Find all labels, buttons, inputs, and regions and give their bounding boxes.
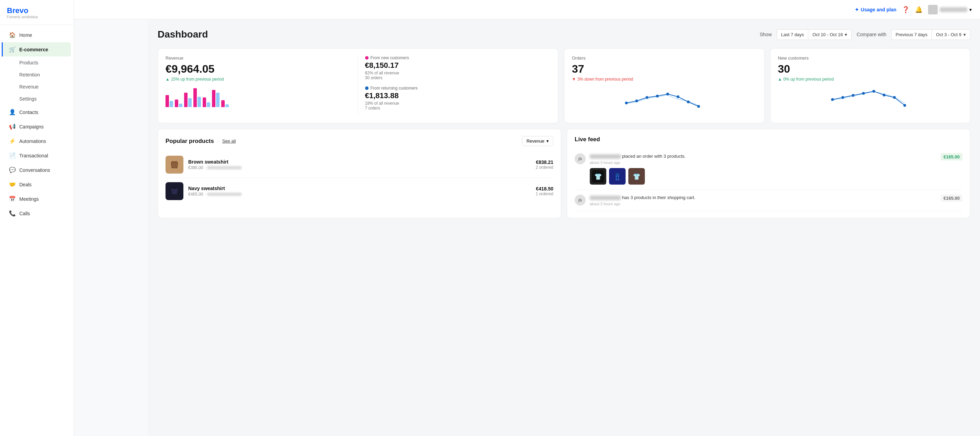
trend-up-icon: ▲	[778, 77, 782, 81]
bottom-section: Popular products · See all Revenue ▾	[158, 129, 970, 218]
sidebar-label-home: Home	[19, 32, 32, 38]
returning-customers-label: From returning customers	[371, 86, 418, 91]
sidebar-item-products[interactable]: Products	[3, 57, 71, 69]
user-menu[interactable]: ▾	[928, 5, 972, 14]
chevron-down-icon: ▾	[969, 7, 972, 13]
sidebar-label-settings: Settings	[19, 96, 37, 102]
sidebar-item-automations[interactable]: ⚡ Automations	[3, 134, 71, 148]
sidebar-item-meetings[interactable]: 📅 Meetings	[3, 192, 71, 206]
sidebar-item-campaigns[interactable]: 📢 Campaigns	[3, 120, 71, 134]
feed-time: about 3 hours ago	[590, 160, 937, 164]
orders-card: Orders 37 ▼ 3% down from previous period	[564, 48, 765, 123]
sidebar-item-ecommerce[interactable]: 🛒 E-commerce	[2, 42, 71, 56]
sidebar-item-transactional[interactable]: 📄 Transactional	[3, 149, 71, 163]
meetings-icon: 📅	[9, 196, 16, 202]
sidebar-item-retention[interactable]: Retention	[3, 69, 71, 81]
sidebar-label-contacts: Contacts	[19, 110, 38, 115]
sidebar-item-settings[interactable]: Settings	[3, 93, 71, 105]
period-label-button[interactable]: Last 7 days	[776, 29, 808, 40]
feed-text: has 3 products in their shopping cart.	[590, 195, 937, 201]
help-icon[interactable]: ❓	[902, 6, 910, 13]
product-name: Navy sweatshirt	[188, 185, 531, 191]
chevron-down-icon: ▾	[546, 139, 549, 144]
chevron-down-icon: ▾	[845, 32, 847, 37]
show-label: Show	[760, 32, 772, 37]
revenue-breakdown: From new customers €8,150.17 82% of all …	[358, 56, 551, 116]
product-revenue-value: €418.50	[536, 186, 553, 192]
compare-selector[interactable]: Previous 7 days Oct 3 - Oct 9 ▾	[891, 29, 970, 40]
svg-point-5	[676, 96, 679, 98]
new-customers-pct: 82% of all revenue	[365, 70, 551, 75]
sidebar-item-revenue[interactable]: Revenue	[3, 81, 71, 93]
compare-label: Compare with	[856, 32, 886, 37]
sidebar-label-deals: Deals	[19, 182, 32, 187]
sidebar-label-conversations: Conversations	[19, 168, 50, 173]
revenue-value: €9,964.05	[165, 63, 351, 75]
sidebar-item-conversations[interactable]: 💬 Conversations	[3, 163, 71, 177]
page-title: Dashboard	[158, 29, 208, 40]
feed-time: about 3 hours ago	[590, 202, 937, 206]
feed-user-name	[590, 196, 621, 200]
sidebar-item-home[interactable]: 🏠 Home	[3, 28, 71, 42]
bell-icon[interactable]: 🔔	[915, 6, 923, 13]
svg-point-2	[646, 96, 648, 99]
revenue-trend-text: 15% up from previous period	[171, 77, 224, 81]
returning-customers-orders: 7 orders	[365, 106, 551, 110]
avatar	[928, 5, 938, 14]
product-item: Navy sweatshirt €465.00 · €418.50 1 orde…	[165, 178, 553, 204]
sidebar-label-transactional: Transactional	[19, 153, 48, 158]
product-sku	[207, 193, 242, 196]
period-selector[interactable]: Last 7 days Oct 10 - Oct 16 ▾	[776, 29, 852, 40]
revenue-title: Revenue	[165, 56, 351, 61]
compare-dates-text: Oct 3 - Oct 9	[936, 32, 961, 37]
returning-customers-revenue: From returning customers €1,813.88 18% o…	[365, 86, 551, 110]
usage-and-plan-button[interactable]: ✦ Usage and plan	[855, 7, 896, 13]
product-price: €395.00	[188, 165, 203, 170]
sidebar-item-calls[interactable]: 📞 Calls	[3, 206, 71, 220]
new-customers-value: €8,150.17	[365, 61, 551, 70]
revenue-dropdown[interactable]: Revenue ▾	[522, 136, 553, 146]
new-customers-chart	[778, 86, 963, 110]
new-customers-title: New customers	[778, 56, 963, 61]
svg-point-10	[852, 94, 854, 97]
returning-customers-dot	[365, 86, 369, 90]
compare-dates-button[interactable]: Oct 3 - Oct 9 ▾	[931, 29, 970, 40]
popular-products-header: Popular products · See all Revenue ▾	[165, 136, 553, 146]
product-orders: 2 ordered	[536, 165, 553, 170]
period-dates-button[interactable]: Oct 10 - Oct 16 ▾	[808, 29, 852, 40]
new-customers-dot	[365, 56, 369, 59]
svg-point-0	[625, 102, 628, 104]
usage-icon: ✦	[855, 7, 859, 13]
transactional-icon: 📄	[9, 152, 16, 159]
feed-item: jh has 3 products in their shopping cart…	[575, 190, 963, 211]
conversations-icon: 💬	[9, 167, 16, 173]
compare-period-button[interactable]: Previous 7 days	[891, 29, 932, 40]
metrics-cards: Revenue €9,964.05 ▲ 15% up from previous…	[158, 48, 970, 123]
deals-icon: 🤝	[9, 181, 16, 188]
feed-item: jh placed an order with 3 products. abou…	[575, 149, 963, 190]
live-feed-section: Live feed jh placed an order with 3 prod…	[567, 129, 970, 218]
sidebar-item-contacts[interactable]: 👤 Contacts	[3, 105, 71, 119]
returning-customers-value: €1,813.88	[365, 91, 551, 100]
feed-content: placed an order with 3 products. about 3…	[590, 153, 937, 185]
product-info: Brown sweatshirt €395.00 ·	[188, 159, 531, 170]
product-image	[165, 156, 183, 174]
svg-point-15	[903, 104, 906, 107]
sidebar-label-meetings: Meetings	[19, 196, 39, 202]
dashboard-header: Dashboard Show Last 7 days Oct 10 - Oct …	[158, 29, 970, 40]
new-customers-orders: 30 orders	[365, 75, 551, 80]
contacts-icon: 👤	[9, 109, 16, 115]
home-icon: 🏠	[9, 32, 16, 38]
orders-trend-text: 3% down from previous period	[578, 77, 633, 81]
product-sku	[207, 166, 242, 169]
revenue-chart	[165, 86, 351, 107]
product-image	[165, 182, 183, 200]
revenue-trend: ▲ 15% up from previous period	[165, 77, 351, 81]
sidebar-label-ecommerce: E-commerce	[19, 47, 48, 52]
see-all-link[interactable]: See all	[222, 139, 236, 144]
svg-text:👕: 👕	[633, 173, 641, 180]
svg-point-9	[841, 96, 844, 99]
new-customers-revenue: From new customers €8,150.17 82% of all …	[365, 56, 551, 80]
new-customers-card-value: 30	[778, 63, 963, 75]
sidebar-item-deals[interactable]: 🤝 Deals	[3, 177, 71, 192]
